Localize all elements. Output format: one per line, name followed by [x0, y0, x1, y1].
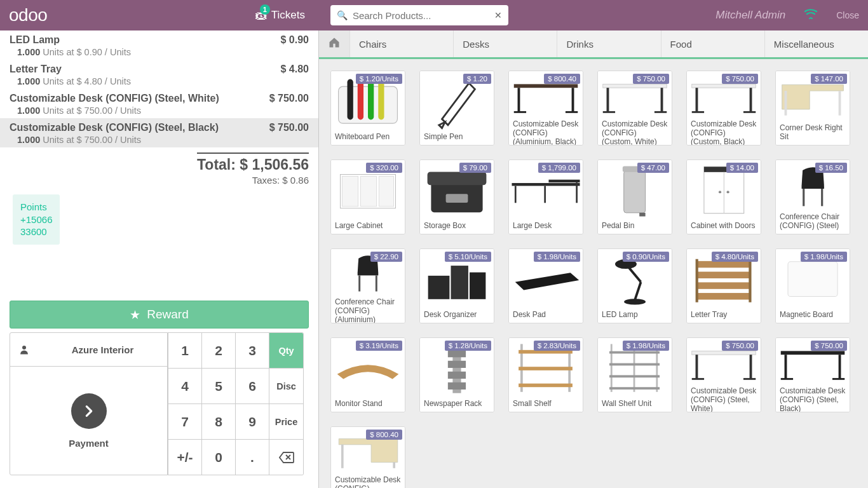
svg-point-55	[624, 299, 646, 304]
svg-point-42	[726, 191, 729, 193]
product-card[interactable]: $ 800.40 Customizable Desk (CONFIG) (Alu…	[330, 426, 405, 488]
category-food[interactable]: Food	[661, 30, 764, 57]
svg-line-54	[635, 282, 641, 300]
svg-rect-24	[342, 177, 358, 207]
product-card[interactable]: $ 4.80/Units Letter Tray	[686, 248, 761, 323]
user-name[interactable]: Mitchell Admin	[715, 9, 785, 22]
home-icon	[327, 36, 341, 52]
order-line[interactable]: Customizable Desk (CONFIG) (Steel, Black…	[0, 118, 318, 147]
backspace-button[interactable]	[269, 440, 303, 475]
product-grid: $ 1.20/Units Whiteboard Pen$ 1.20 Simple…	[330, 71, 857, 488]
orderline-qty: 1.000	[17, 105, 40, 116]
product-card[interactable]: $ 750.00 Customizable Desk (CONFIG) (Ste…	[775, 337, 850, 412]
product-name: Simple Pen	[420, 131, 494, 145]
product-card[interactable]: $ 147.00 Corner Desk Right Sit	[775, 71, 850, 146]
product-card[interactable]: $ 750.00 Customizable Desk (CONFIG) (Cus…	[597, 71, 672, 146]
price-tag: $ 0.90/Units	[623, 252, 669, 262]
product-card[interactable]: $ 1.20 Simple Pen	[419, 71, 494, 146]
wifi-icon	[804, 9, 817, 22]
numkey-2[interactable]: 2	[201, 333, 235, 369]
price-tag: $ 14.00	[726, 163, 758, 173]
reward-button[interactable]: ★ Reward	[10, 301, 309, 329]
numkey-4[interactable]: 4	[168, 369, 201, 404]
sign-button[interactable]: +/-	[168, 440, 201, 475]
numkey-6[interactable]: 6	[235, 369, 269, 404]
numkey-9[interactable]: 9	[235, 404, 269, 440]
svg-rect-78	[696, 355, 698, 379]
product-card[interactable]: $ 750.00 Customizable Desk (CONFIG) (Cus…	[686, 71, 761, 146]
star-icon: ★	[130, 308, 140, 322]
product-card[interactable]: $ 1.98/Units Wall Shelf Unit	[597, 337, 672, 412]
search-box[interactable]: 🔍 ✕	[330, 5, 508, 25]
numkey-7[interactable]: 7	[168, 404, 201, 440]
category-desks[interactable]: Desks	[453, 30, 557, 57]
numkey-5[interactable]: 5	[201, 369, 235, 404]
product-card[interactable]: $ 750.00 Customizable Desk (CONFIG) (Ste…	[686, 337, 761, 412]
svg-rect-14	[603, 111, 615, 113]
svg-rect-26	[379, 177, 393, 207]
category-row: ChairsDesksDrinksFoodMiscellaneous	[319, 30, 868, 59]
product-card[interactable]: $ 800.40 Customizable Desk (CONFIG) (Alu…	[508, 71, 583, 146]
product-card[interactable]: $ 1,799.00 Large Desk	[508, 159, 583, 234]
product-card[interactable]: $ 22.90 Conference Chair (CONFIG) (Alumi…	[330, 248, 405, 323]
numkey-3[interactable]: 3	[235, 333, 269, 369]
price-tag: $ 3.19/Units	[356, 341, 402, 351]
tickets-button[interactable]: 🎟 1 Tickets	[255, 8, 305, 23]
mode-price-button[interactable]: Price	[269, 404, 303, 440]
product-card[interactable]: $ 0.90/Units LED Lamp	[597, 248, 672, 323]
product-card[interactable]: $ 5.10/Units Desk Organizer	[419, 248, 494, 323]
svg-rect-29	[446, 194, 468, 203]
price-tag: $ 5.10/Units	[445, 252, 491, 262]
category-miscellaneous[interactable]: Miscellaneous	[764, 30, 868, 57]
product-card[interactable]: $ 1.98/Units Desk Pad	[508, 248, 583, 323]
product-card[interactable]: $ 2.83/Units Small Shelf	[508, 337, 583, 412]
payment-button[interactable]: Payment	[10, 367, 167, 475]
product-card[interactable]: $ 1.20/Units Whiteboard Pen	[330, 71, 405, 146]
svg-rect-18	[750, 88, 752, 112]
svg-rect-62	[749, 259, 752, 302]
mode-disc-button[interactable]: Disc	[269, 369, 303, 404]
svg-rect-37	[640, 213, 646, 217]
topbar: odoo 🎟 1 Tickets 🔍 ✕ Mitchell Admin Clos…	[0, 0, 868, 30]
product-name: Wall Shelf Unit	[598, 398, 672, 412]
svg-rect-3	[358, 79, 363, 119]
product-card[interactable]: $ 1.98/Units Magnetic Board	[775, 248, 850, 323]
category-chairs[interactable]: Chairs	[349, 30, 453, 57]
order-line[interactable]: LED Lamp$ 0.90 1.000 Units at $ 0.90 / U…	[0, 30, 318, 60]
decimal-button[interactable]: .	[235, 440, 269, 475]
clear-search-icon[interactable]: ✕	[494, 10, 502, 20]
svg-rect-58	[697, 272, 750, 278]
order-line[interactable]: Customizable Desk (CONFIG) (Steel, White…	[0, 89, 318, 118]
svg-rect-76	[609, 387, 660, 390]
product-card[interactable]: $ 14.00 Cabinet with Doors	[686, 159, 761, 234]
svg-rect-87	[341, 445, 343, 468]
product-card[interactable]: $ 3.19/Units Monitor Stand	[330, 337, 405, 412]
svg-rect-75	[609, 375, 660, 377]
product-card[interactable]: $ 79.00 Storage Box	[419, 159, 494, 234]
customer-button[interactable]: Azure Interior	[10, 333, 167, 367]
price-tag: $ 750.00	[722, 341, 758, 351]
product-card[interactable]: $ 1.28/Units Newspaper Rack	[419, 337, 494, 412]
product-card[interactable]: $ 16.50 Conference Chair (CONFIG) (Steel…	[775, 159, 850, 234]
tickets-label: Tickets	[271, 9, 305, 22]
close-button[interactable]: Close	[836, 10, 859, 20]
svg-rect-49	[428, 276, 450, 299]
svg-rect-21	[785, 91, 787, 116]
numkey-8[interactable]: 8	[201, 404, 235, 440]
order-line[interactable]: Letter Tray$ 4.80 1.000 Units at $ 4.80 …	[0, 60, 318, 89]
product-card[interactable]: $ 47.00 Pedal Bin	[597, 159, 672, 234]
home-category[interactable]	[319, 30, 349, 57]
numkey-1[interactable]: 1	[168, 333, 201, 369]
orderline-unitprice: Units at $ 750.00 / Units	[43, 105, 141, 116]
search-input[interactable]	[353, 10, 494, 21]
svg-rect-51	[470, 273, 485, 299]
product-name: Desk Organizer	[420, 309, 494, 323]
svg-point-41	[719, 191, 721, 193]
product-card[interactable]: $ 320.00 Large Cabinet	[330, 159, 405, 234]
mode-qty-button[interactable]: Qty	[269, 333, 303, 369]
loyalty-line3: 33600	[20, 226, 52, 238]
category-drinks[interactable]: Drinks	[557, 30, 660, 57]
numkey-0[interactable]: 0	[201, 440, 235, 475]
price-tag: $ 800.40	[366, 430, 402, 440]
product-name: Magnetic Board	[776, 309, 850, 323]
